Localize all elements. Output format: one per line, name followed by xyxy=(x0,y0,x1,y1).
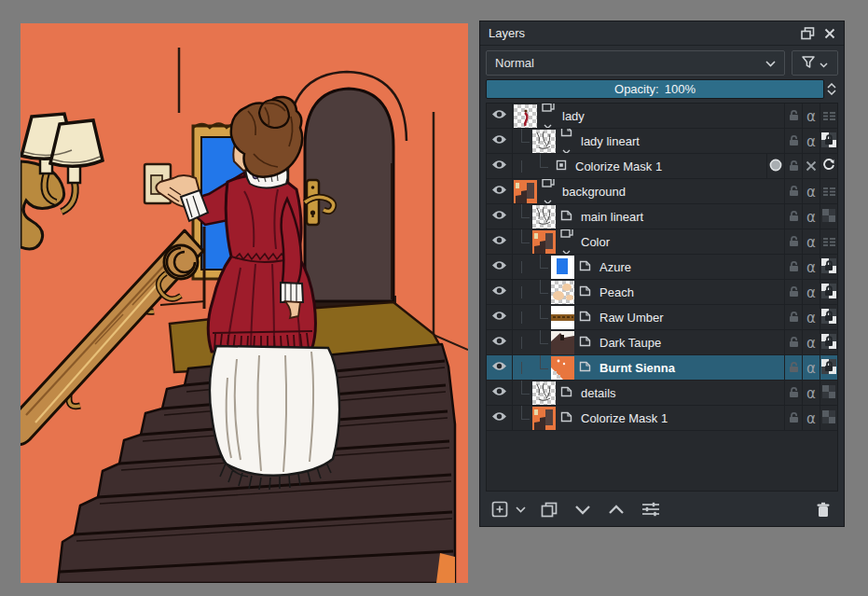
layer-row[interactable]: Dark Taupeα xyxy=(487,330,837,355)
show-coloring-toggle[interactable] xyxy=(766,154,784,179)
move-layer-up-button[interactable] xyxy=(608,505,625,515)
canvas[interactable] xyxy=(21,23,468,583)
alpha-lock-toggle[interactable]: α xyxy=(802,280,820,305)
layer-thumbnail[interactable] xyxy=(532,130,556,153)
layer-row-main[interactable]: main lineart xyxy=(513,204,784,229)
move-layer-down-button[interactable] xyxy=(574,505,591,515)
layer-thumbnail[interactable] xyxy=(514,180,537,203)
inherit-alpha-toggle[interactable] xyxy=(820,129,837,154)
inherit-alpha-toggle[interactable] xyxy=(820,204,837,229)
paint-layer-icon[interactable] xyxy=(577,359,593,376)
paint-layer-icon[interactable] xyxy=(558,129,574,153)
add-layer-button[interactable] xyxy=(491,501,508,518)
layer-lock-toggle[interactable] xyxy=(784,179,802,204)
layer-row[interactable]: Peachα xyxy=(487,280,837,305)
layer-row[interactable]: Colorize Mask 1 xyxy=(487,154,837,179)
float-icon[interactable] xyxy=(801,27,815,40)
docker-titlebar[interactable]: Layers xyxy=(480,21,844,46)
paint-layer-icon[interactable] xyxy=(558,208,574,225)
alpha-lock-toggle[interactable]: α xyxy=(802,355,820,381)
layer-name[interactable]: Colorize Mask 1 xyxy=(581,411,668,425)
paint-layer-icon[interactable] xyxy=(577,284,593,300)
layer-lock-toggle[interactable] xyxy=(784,129,802,154)
layer-row[interactable]: Colorize Mask 1α xyxy=(487,406,837,431)
alpha-lock-toggle[interactable]: α xyxy=(802,129,820,154)
layer-name[interactable]: Colorize Mask 1 xyxy=(575,159,662,173)
layer-visibility-toggle[interactable] xyxy=(487,406,513,430)
layer-lock-toggle[interactable] xyxy=(784,154,802,179)
close-icon[interactable] xyxy=(824,28,835,39)
duplicate-layer-button[interactable] xyxy=(541,502,558,518)
layer-thumbnail[interactable] xyxy=(532,407,556,430)
layer-lock-toggle[interactable] xyxy=(784,330,802,355)
alpha-lock-toggle[interactable]: α xyxy=(802,104,820,129)
layer-lock-toggle[interactable] xyxy=(784,406,802,431)
layer-row-main[interactable]: background xyxy=(513,179,784,203)
layer-row-main[interactable]: Raw Umber xyxy=(513,305,784,329)
passthrough-icon[interactable] xyxy=(820,229,837,255)
alpha-lock-toggle[interactable]: α xyxy=(802,179,820,204)
layer-name[interactable]: details xyxy=(581,386,616,400)
layer-visibility-toggle[interactable] xyxy=(487,204,513,229)
inherit-alpha-toggle[interactable] xyxy=(820,305,837,330)
inherit-alpha-toggle[interactable] xyxy=(820,255,837,280)
layer-row-main[interactable]: Color xyxy=(513,229,784,254)
layer-lock-toggle[interactable] xyxy=(784,255,802,280)
expander-chevron-icon[interactable] xyxy=(544,117,552,129)
passthrough-icon[interactable] xyxy=(820,179,837,204)
paint-layer-icon[interactable] xyxy=(558,409,574,426)
layer-row-main[interactable]: Azure xyxy=(513,255,784,279)
expander-chevron-icon[interactable] xyxy=(562,243,571,255)
layer-lock-toggle[interactable] xyxy=(784,204,802,229)
layer-thumbnail[interactable] xyxy=(514,104,537,128)
layer-thumbnail[interactable] xyxy=(551,306,574,329)
alpha-lock-toggle[interactable]: α xyxy=(802,406,820,431)
layer-name[interactable]: background xyxy=(562,185,626,199)
expander-chevron-icon[interactable] xyxy=(544,192,552,204)
layer-lock-toggle[interactable] xyxy=(784,305,802,330)
layer-list[interactable]: ladyαlady lineartαColorize Mask 1backgro… xyxy=(486,103,838,492)
layer-row-main[interactable]: lady xyxy=(513,104,784,128)
layer-visibility-toggle[interactable] xyxy=(487,229,513,254)
layer-thumbnail[interactable] xyxy=(532,205,556,229)
paint-layer-icon[interactable] xyxy=(577,334,593,351)
layer-name[interactable]: Raw Umber xyxy=(599,311,664,325)
opacity-slider[interactable]: Opacity:100% xyxy=(486,79,824,99)
blend-mode-select[interactable]: Normal xyxy=(486,50,785,76)
group-layer-icon[interactable] xyxy=(540,104,556,128)
layer-lock-toggle[interactable] xyxy=(784,104,802,129)
layer-name[interactable]: Azure xyxy=(599,260,631,274)
edit-keystrokes-toggle[interactable] xyxy=(802,154,820,179)
layer-visibility-toggle[interactable] xyxy=(487,381,513,405)
inherit-alpha-toggle[interactable] xyxy=(820,381,837,406)
layer-visibility-toggle[interactable] xyxy=(487,154,513,178)
group-layer-icon[interactable] xyxy=(540,179,556,203)
layer-name[interactable]: lady xyxy=(562,109,585,123)
layer-row[interactable]: detailsα xyxy=(487,381,837,406)
layer-visibility-toggle[interactable] xyxy=(487,179,513,203)
layer-row-main[interactable]: Burnt Sienna xyxy=(513,355,784,380)
layer-row[interactable]: Raw Umberα xyxy=(487,305,837,330)
expander-chevron-icon[interactable] xyxy=(562,142,571,154)
layer-filter-button[interactable] xyxy=(792,50,838,76)
alpha-lock-toggle[interactable]: α xyxy=(802,381,820,406)
alpha-lock-toggle[interactable]: α xyxy=(802,229,820,255)
layer-lock-toggle[interactable] xyxy=(784,355,802,381)
layer-name[interactable]: Peach xyxy=(599,285,634,299)
layer-name[interactable]: lady lineart xyxy=(581,134,640,148)
paint-layer-icon[interactable] xyxy=(558,384,574,401)
layer-visibility-toggle[interactable] xyxy=(487,129,513,153)
alpha-lock-toggle[interactable]: α xyxy=(802,330,820,355)
paint-layer-icon[interactable] xyxy=(577,258,593,275)
alpha-lock-toggle[interactable]: α xyxy=(802,204,820,229)
layer-row[interactable]: main lineartα xyxy=(487,204,837,229)
opacity-spinner[interactable] xyxy=(824,83,838,95)
layer-lock-toggle[interactable] xyxy=(784,280,802,305)
layer-visibility-toggle[interactable] xyxy=(487,280,513,304)
delete-layer-button[interactable] xyxy=(816,502,831,518)
layer-row-main[interactable]: details xyxy=(513,381,784,405)
layer-visibility-toggle[interactable] xyxy=(487,355,513,380)
layer-visibility-toggle[interactable] xyxy=(487,305,513,329)
layer-row[interactable]: lady lineartα xyxy=(487,129,837,154)
alpha-lock-toggle[interactable]: α xyxy=(802,305,820,330)
